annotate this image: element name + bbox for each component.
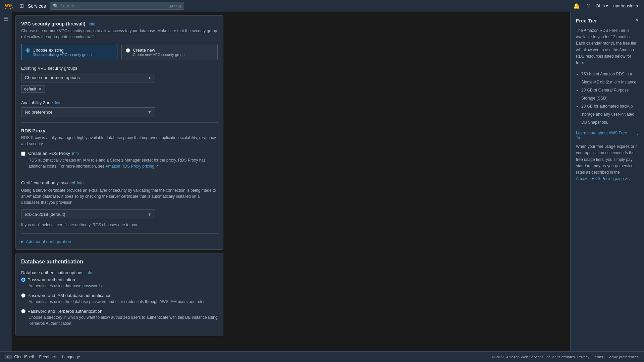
vpc-info-link[interactable]: Info [89, 22, 95, 26]
rds-proxy-description: RDS Proxy is a fully managed, highly ava… [21, 135, 218, 147]
cert-optional-label: optional [61, 181, 75, 185]
sidebar-toggle: ☰ [0, 12, 12, 351]
proxy-sublabel: RDS automatically creates an IAM role an… [29, 157, 218, 169]
db-auth-option2-row: Password and IAM database authentication [21, 293, 218, 298]
main-content: VPC security group (firewall) Info Choos… [12, 12, 644, 351]
certificate-select[interactable]: rds-ca-2019 (default) ▼ [21, 209, 155, 219]
security-groups-select[interactable]: Choose one or more options ▼ [21, 73, 155, 82]
feedback-link[interactable]: Feedback [39, 355, 57, 359]
az-value: No preference [25, 110, 52, 115]
db-auth-option1-row: Password authentication [21, 277, 218, 282]
free-tier-panel: Free Tier × The Amazon RDS Free Tier is … [570, 12, 644, 351]
create-rds-proxy-checkbox[interactable] [21, 152, 25, 156]
divider-2 [21, 175, 218, 175]
footer-separator-1: | [591, 355, 592, 359]
region-label: Ohio [596, 3, 605, 8]
grid-icon[interactable]: ⊞ [18, 2, 25, 10]
choose-existing-option[interactable]: Choose existing Choose existing VPC secu… [21, 44, 117, 60]
proxy-pricing-link[interactable]: Amazon RDS Proxy pricing [105, 164, 154, 169]
certificate-section: Certificate authority optional Info Usin… [21, 180, 218, 228]
db-auth-info-link[interactable]: Info [86, 270, 92, 275]
search-bar[interactable]: 🔍 [Alt+S] [50, 2, 184, 10]
aws-logo [3, 2, 15, 10]
hamburger-icon[interactable]: ☰ [3, 15, 9, 23]
password-auth-radio[interactable] [21, 278, 25, 282]
availability-zone-select[interactable]: No preference ▼ [21, 107, 155, 117]
default-tag-chip: default ✕ [21, 85, 45, 93]
db-auth-option-2: Password and IAM database authentication… [21, 293, 218, 305]
free-tier-learn-more-link[interactable]: Learn more about AWS Free Tier. ↗ [576, 131, 639, 140]
cloudshell-button[interactable]: >_ CloudShell [5, 355, 34, 359]
copyright-text: © 2023, Amazon Web Services, Inc. or its… [492, 355, 576, 359]
user-menu[interactable]: matheusinit ▾ [611, 2, 641, 10]
db-auth-options-label: Database authentication options Info [21, 270, 218, 275]
support-icon[interactable]: ? [584, 2, 592, 10]
remove-tag-button[interactable]: ✕ [38, 86, 42, 92]
left-panel: VPC security group (firewall) Info Choos… [12, 12, 227, 340]
proxy-link-icon: ↗ [155, 164, 159, 169]
pricing-link-text: Amazon RDS Pricing page [576, 176, 624, 182]
create-new-radio[interactable] [126, 48, 130, 53]
pricing-page-link[interactable]: Amazon RDS Pricing page ↗ [576, 176, 628, 182]
kerberos-auth-radio[interactable] [21, 309, 25, 313]
free-tier-bottom-desc: When your free usage expires or if your … [576, 143, 639, 182]
divider-3 [21, 233, 218, 234]
cookie-preferences-link[interactable]: Cookie preferences [607, 355, 639, 359]
az-label-text: Availability Zone [21, 100, 53, 105]
region-chevron-icon: ▾ [606, 3, 608, 8]
services-nav[interactable]: Services [28, 3, 46, 9]
rds-proxy-section: RDS Proxy RDS Proxy is a fully managed, … [21, 128, 218, 169]
additional-config-header[interactable]: ▶ Additional configuration [21, 239, 218, 244]
choose-existing-label: Choose existing [33, 48, 94, 53]
pricing-link-icon: ↗ [625, 176, 628, 182]
divider-1 [21, 122, 218, 123]
free-tier-description: The Amazon RDS Free Tier is available to… [576, 27, 639, 66]
existing-groups-label: Existing VPC security groups [21, 66, 218, 71]
choose-existing-sublabel: Choose existing VPC security groups [33, 53, 94, 57]
create-rds-proxy-label: Create an RDS Proxy Info [28, 151, 79, 156]
search-input[interactable] [60, 3, 168, 8]
create-new-sublabel: Create new VPC security group [133, 53, 184, 57]
tag-label: default [24, 87, 36, 92]
db-auth-title: Database authentication [21, 259, 218, 265]
proxy-info-link[interactable]: Info [72, 151, 79, 156]
footer: >_ CloudShell Feedback Language © 2023, … [0, 351, 644, 362]
db-auth-option-3: Password and Kerberos authentication Cho… [21, 309, 218, 326]
db-auth-card: Database authentication Database authent… [15, 253, 223, 336]
terms-link[interactable]: Terms [593, 355, 603, 359]
iam-auth-desc: Authenticates using the database passwor… [29, 299, 218, 305]
expand-icon: ▶ [21, 240, 24, 243]
az-chevron-icon: ▼ [148, 110, 152, 115]
az-info-link[interactable]: Info [55, 101, 61, 105]
additional-config-label: Additional configuration [26, 239, 71, 244]
create-rds-proxy-row: Create an RDS Proxy Info [21, 151, 218, 156]
cert-footnote: If you don't select a certificate author… [21, 222, 218, 228]
vpc-title-text: VPC security group (firewall) [21, 21, 85, 26]
language-link[interactable]: Language [62, 355, 80, 359]
db-auth-option-1: Password authentication Authenticates us… [21, 277, 218, 289]
privacy-link[interactable]: Privacy [577, 355, 589, 359]
rds-proxy-title: RDS Proxy [21, 128, 218, 133]
notifications-icon[interactable]: 🔔 [571, 1, 583, 10]
vpc-description: Choose one or more VPC security groups t… [21, 28, 218, 40]
region-selector[interactable]: Ohio ▾ [594, 2, 610, 10]
nav-right: 🔔 ? Ohio ▾ matheusinit ▾ [571, 1, 641, 10]
free-tier-list-item: 750 hrs of Amazon RDS in a Single-AZ db.… [581, 70, 639, 86]
cert-chevron-icon: ▼ [148, 212, 152, 217]
password-auth-desc: Authenticates using database passwords. [29, 283, 218, 289]
create-new-option[interactable]: Create new Create new VPC security group [121, 44, 218, 60]
free-tier-link-icon: ↗ [635, 133, 639, 138]
cert-description: Using a server certificate provides an e… [21, 187, 218, 205]
certificate-label: Certificate authority optional Info [21, 180, 218, 185]
free-tier-link-text: Learn more about AWS Free Tier. [576, 131, 635, 140]
choose-existing-radio[interactable] [25, 48, 30, 53]
free-tier-title-row: Free Tier × [576, 17, 639, 23]
create-new-label: Create new [133, 48, 184, 53]
search-shortcut: [Alt+S] [170, 4, 181, 8]
free-tier-bottom-text: When your free usage expires or if your … [576, 144, 637, 175]
cert-info-link[interactable]: Info [77, 181, 84, 185]
kerberos-auth-desc: Choose a directory in which you want to … [29, 314, 218, 326]
free-tier-list-item: 20 GB of General Purpose Storage (SSD). [581, 86, 639, 102]
close-free-tier-button[interactable]: × [636, 17, 639, 23]
iam-auth-radio[interactable] [21, 293, 25, 298]
